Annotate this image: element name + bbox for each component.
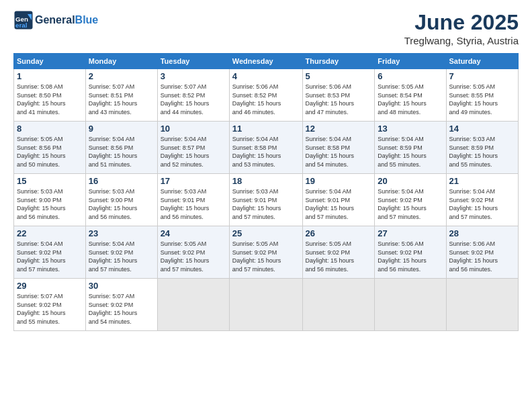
- table-row: [302, 279, 375, 331]
- day-info: Sunrise: 5:05 AM Sunset: 8:54 PM Dayligh…: [378, 83, 443, 116]
- location: Treglwang, Styria, Austria: [404, 35, 519, 46]
- day-number: 24: [161, 228, 226, 238]
- day-info: Sunrise: 5:04 AM Sunset: 8:59 PM Dayligh…: [378, 135, 443, 169]
- header-row: Sunday Monday Tuesday Wednesday Thursday…: [14, 54, 519, 69]
- day-number: 22: [17, 228, 83, 238]
- week-row: 8Sunrise: 5:05 AM Sunset: 8:56 PM Daylig…: [14, 122, 519, 174]
- table-row: [446, 279, 518, 331]
- day-number: 19: [306, 176, 372, 186]
- table-row: 12Sunrise: 5:04 AM Sunset: 8:58 PM Dayli…: [302, 122, 375, 174]
- day-info: Sunrise: 5:06 AM Sunset: 9:02 PM Dayligh…: [378, 240, 443, 273]
- table-row: 16Sunrise: 5:03 AM Sunset: 9:00 PM Dayli…: [85, 174, 157, 226]
- day-info: Sunrise: 5:06 AM Sunset: 9:02 PM Dayligh…: [449, 240, 515, 273]
- day-info: Sunrise: 5:08 AM Sunset: 8:50 PM Dayligh…: [17, 83, 83, 116]
- week-row: 15Sunrise: 5:03 AM Sunset: 9:00 PM Dayli…: [14, 174, 519, 226]
- day-number: 5: [306, 71, 372, 81]
- table-row: 25Sunrise: 5:05 AM Sunset: 9:02 PM Dayli…: [229, 226, 302, 279]
- day-number: 12: [306, 124, 372, 134]
- col-tuesday: Tuesday: [157, 54, 229, 69]
- svg-text:eral: eral: [15, 21, 28, 29]
- table-row: 28Sunrise: 5:06 AM Sunset: 9:02 PM Dayli…: [446, 226, 518, 279]
- table-row: 9Sunrise: 5:04 AM Sunset: 8:56 PM Daylig…: [85, 122, 157, 174]
- title-block: June 2025 Treglwang, Styria, Austria: [404, 10, 519, 46]
- table-row: 11Sunrise: 5:04 AM Sunset: 8:58 PM Dayli…: [229, 122, 302, 174]
- day-info: Sunrise: 5:04 AM Sunset: 8:56 PM Dayligh…: [89, 135, 154, 169]
- day-number: 27: [378, 228, 443, 238]
- logo-general: GeneralBlue: [35, 14, 98, 26]
- day-info: Sunrise: 5:04 AM Sunset: 9:02 PM Dayligh…: [378, 187, 443, 221]
- table-row: 23Sunrise: 5:04 AM Sunset: 9:02 PM Dayli…: [85, 226, 157, 279]
- day-info: Sunrise: 5:05 AM Sunset: 9:02 PM Dayligh…: [306, 240, 372, 273]
- day-info: Sunrise: 5:04 AM Sunset: 9:02 PM Dayligh…: [449, 187, 515, 221]
- day-number: 2: [89, 71, 154, 81]
- table-row: 29Sunrise: 5:07 AM Sunset: 9:02 PM Dayli…: [14, 279, 86, 331]
- day-info: Sunrise: 5:04 AM Sunset: 9:01 PM Dayligh…: [306, 187, 372, 221]
- table-row: 30Sunrise: 5:07 AM Sunset: 9:02 PM Dayli…: [85, 279, 157, 331]
- table-row: 15Sunrise: 5:03 AM Sunset: 9:00 PM Dayli…: [14, 174, 86, 226]
- day-info: Sunrise: 5:04 AM Sunset: 9:02 PM Dayligh…: [17, 240, 83, 273]
- week-row: 1Sunrise: 5:08 AM Sunset: 8:50 PM Daylig…: [14, 69, 519, 122]
- table-row: 26Sunrise: 5:05 AM Sunset: 9:02 PM Dayli…: [302, 226, 375, 279]
- day-info: Sunrise: 5:04 AM Sunset: 8:58 PM Dayligh…: [306, 135, 372, 169]
- table-row: 22Sunrise: 5:04 AM Sunset: 9:02 PM Dayli…: [14, 226, 86, 279]
- day-info: Sunrise: 5:06 AM Sunset: 8:53 PM Dayligh…: [306, 83, 372, 116]
- header: Gen eral GeneralBlue June 2025 Treglwang…: [13, 10, 519, 46]
- table-row: 19Sunrise: 5:04 AM Sunset: 9:01 PM Dayli…: [302, 174, 375, 226]
- day-number: 18: [232, 176, 300, 186]
- day-number: 14: [449, 124, 515, 134]
- day-number: 3: [161, 71, 226, 81]
- day-info: Sunrise: 5:03 AM Sunset: 9:01 PM Dayligh…: [161, 187, 226, 221]
- day-number: 9: [89, 124, 154, 134]
- logo: Gen eral GeneralBlue: [13, 10, 98, 30]
- col-monday: Monday: [85, 54, 157, 69]
- table-row: 20Sunrise: 5:04 AM Sunset: 9:02 PM Dayli…: [375, 174, 446, 226]
- week-row: 22Sunrise: 5:04 AM Sunset: 9:02 PM Dayli…: [14, 226, 519, 279]
- table-row: [375, 279, 446, 331]
- day-number: 25: [232, 228, 300, 238]
- day-info: Sunrise: 5:07 AM Sunset: 8:51 PM Dayligh…: [89, 83, 154, 116]
- day-number: 16: [89, 176, 154, 186]
- day-info: Sunrise: 5:03 AM Sunset: 8:59 PM Dayligh…: [449, 135, 515, 169]
- table-row: 7Sunrise: 5:05 AM Sunset: 8:55 PM Daylig…: [446, 69, 518, 122]
- day-number: 8: [17, 124, 83, 134]
- day-number: 10: [161, 124, 226, 134]
- day-info: Sunrise: 5:05 AM Sunset: 8:56 PM Dayligh…: [17, 135, 83, 169]
- month-title: June 2025: [404, 10, 519, 35]
- logo-icon: Gen eral: [13, 10, 34, 30]
- table-row: 27Sunrise: 5:06 AM Sunset: 9:02 PM Dayli…: [375, 226, 446, 279]
- day-info: Sunrise: 5:05 AM Sunset: 9:02 PM Dayligh…: [232, 240, 300, 273]
- col-sunday: Sunday: [14, 54, 86, 69]
- table-row: 4Sunrise: 5:06 AM Sunset: 8:52 PM Daylig…: [229, 69, 302, 122]
- day-info: Sunrise: 5:07 AM Sunset: 8:52 PM Dayligh…: [161, 83, 226, 116]
- table-row: 24Sunrise: 5:05 AM Sunset: 9:02 PM Dayli…: [157, 226, 229, 279]
- table-row: [157, 279, 229, 331]
- day-number: 26: [306, 228, 372, 238]
- day-info: Sunrise: 5:04 AM Sunset: 9:02 PM Dayligh…: [89, 240, 154, 273]
- day-number: 21: [449, 176, 515, 186]
- table-row: 5Sunrise: 5:06 AM Sunset: 8:53 PM Daylig…: [302, 69, 375, 122]
- col-thursday: Thursday: [302, 54, 375, 69]
- table-row: 3Sunrise: 5:07 AM Sunset: 8:52 PM Daylig…: [157, 69, 229, 122]
- table-row: 17Sunrise: 5:03 AM Sunset: 9:01 PM Dayli…: [157, 174, 229, 226]
- day-number: 23: [89, 228, 154, 238]
- day-info: Sunrise: 5:06 AM Sunset: 8:52 PM Dayligh…: [232, 83, 300, 116]
- table-row: 13Sunrise: 5:04 AM Sunset: 8:59 PM Dayli…: [375, 122, 446, 174]
- table-row: 2Sunrise: 5:07 AM Sunset: 8:51 PM Daylig…: [85, 69, 157, 122]
- day-info: Sunrise: 5:07 AM Sunset: 9:02 PM Dayligh…: [89, 292, 154, 326]
- table-row: 21Sunrise: 5:04 AM Sunset: 9:02 PM Dayli…: [446, 174, 518, 226]
- day-info: Sunrise: 5:03 AM Sunset: 9:01 PM Dayligh…: [232, 187, 300, 221]
- table-row: 14Sunrise: 5:03 AM Sunset: 8:59 PM Dayli…: [446, 122, 518, 174]
- day-number: 17: [161, 176, 226, 186]
- day-info: Sunrise: 5:04 AM Sunset: 8:57 PM Dayligh…: [161, 135, 226, 169]
- table-row: 6Sunrise: 5:05 AM Sunset: 8:54 PM Daylig…: [375, 69, 446, 122]
- day-info: Sunrise: 5:04 AM Sunset: 8:58 PM Dayligh…: [232, 135, 300, 169]
- col-friday: Friday: [375, 54, 446, 69]
- day-number: 6: [378, 71, 443, 81]
- table-row: 1Sunrise: 5:08 AM Sunset: 8:50 PM Daylig…: [14, 69, 86, 122]
- day-info: Sunrise: 5:03 AM Sunset: 9:00 PM Dayligh…: [89, 187, 154, 221]
- table-row: 10Sunrise: 5:04 AM Sunset: 8:57 PM Dayli…: [157, 122, 229, 174]
- table-row: [229, 279, 302, 331]
- day-info: Sunrise: 5:03 AM Sunset: 9:00 PM Dayligh…: [17, 187, 83, 221]
- day-number: 4: [232, 71, 300, 81]
- page: Gen eral GeneralBlue June 2025 Treglwang…: [0, 0, 532, 411]
